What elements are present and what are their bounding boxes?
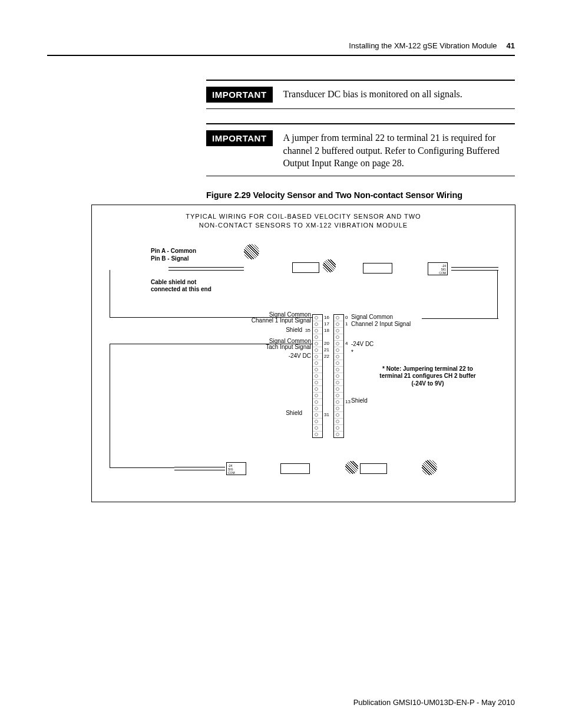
important-callout-2: IMPORTANT A jumper from terminal 22 to t… [206, 123, 515, 176]
probe-tip-1 [323, 259, 336, 272]
wire-left-down-2 [110, 344, 110, 467]
term-35: 35 [305, 328, 310, 333]
important-text-1: Transducer DC bias is monitored on all s… [283, 87, 515, 101]
important-badge: IMPORTANT [206, 130, 273, 146]
ch1-input-label: Channel 1 Input Signal [240, 317, 311, 324]
wire-to-amp-bottom [110, 467, 174, 468]
cable-amp-bottom [174, 467, 225, 470]
term-20: 20 [324, 341, 329, 346]
ch2-input-label: Channel 2 Input Signal [351, 321, 411, 328]
term-21: 21 [324, 347, 329, 353]
wire-left-down-1 [110, 270, 168, 317]
term-18: 18 [324, 328, 329, 333]
shield-left-1: Shield [270, 327, 302, 334]
term-0: 0 [345, 315, 348, 320]
wiring-diagram: TYPICAL WIRING FOR COIL-BASED VELOCITY S… [91, 205, 515, 502]
diagram-title: TYPICAL WIRING FOR COIL-BASED VELOCITY S… [92, 212, 515, 230]
probe-tip-2 [345, 461, 358, 474]
cable-amp-top [451, 267, 498, 271]
important-badge: IMPORTANT [206, 87, 273, 103]
pin-a-label: Pin A - Common [151, 248, 196, 255]
wire-to-0 [422, 318, 498, 319]
shield-right: Shield [351, 397, 368, 404]
page-number: 41 [507, 41, 515, 50]
probe-bottom [360, 463, 387, 474]
probe-top-1 [292, 262, 319, 273]
term-13: 13 [345, 399, 351, 404]
star-label: * [351, 349, 353, 356]
neg24-right: -24V DC [351, 341, 373, 348]
gland-bottom [280, 463, 310, 474]
gland-top [363, 263, 392, 274]
shield-left-2: Shield [270, 410, 302, 417]
velocity-sensor-icon [244, 244, 259, 259]
chapter-title: Installing the XM-122 gSE Vibration Modu… [349, 41, 497, 50]
term-1: 1 [345, 321, 348, 327]
terminal-block-right [333, 314, 344, 438]
pin-b-label: Pin B - Signal [151, 255, 189, 262]
term-4: 4 [345, 341, 348, 346]
neg24-left: -24V DC [264, 353, 311, 360]
term-31: 31 [324, 412, 329, 417]
sensor-bottom-icon [422, 460, 437, 475]
wire-to-20 [110, 344, 312, 344]
terminal-block-left [312, 314, 323, 438]
cable-velocity [168, 267, 244, 271]
term-16: 16 [324, 315, 329, 320]
amp-box-top: -24 SIG COM [428, 262, 448, 275]
term-17: 17 [324, 321, 329, 327]
publication-footer: Publication GMSI10-UM013D-EN-P - May 201… [353, 698, 515, 707]
important-text-2: A jumper from terminal 22 to terminal 21… [283, 130, 515, 170]
figure-title: Figure 2.29 Velocity Sensor and Two Non-… [206, 190, 515, 200]
important-callout-1: IMPORTANT Transducer DC bias is monitore… [206, 80, 515, 109]
wire-right-down-1 [497, 270, 498, 318]
running-header: Installing the XM-122 gSE Vibration Modu… [47, 41, 515, 56]
jumper-note: * Note: Jumpering terminal 22 to termina… [372, 365, 484, 388]
tach-input-label: Tach Input Signal [249, 344, 311, 351]
term-22: 22 [324, 354, 329, 359]
wire-to-16 [110, 317, 312, 318]
sig-common-right: Signal Common [351, 314, 393, 321]
amp-box-bottom: -24 SIG COM [226, 462, 246, 475]
